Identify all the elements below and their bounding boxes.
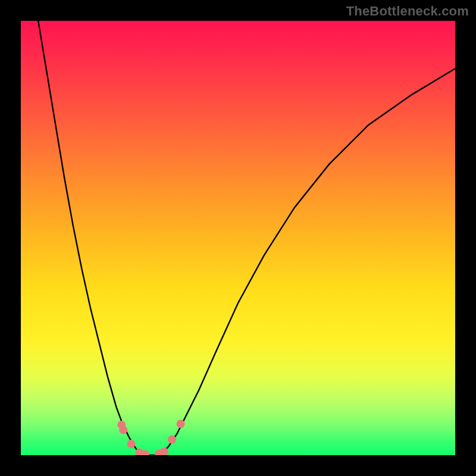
marker-dot [168, 436, 176, 444]
marker-dot [119, 426, 127, 434]
chart-svg [21, 21, 455, 455]
attribution-label: TheBottleneck.com [346, 4, 469, 19]
curve-group [38, 21, 455, 455]
marker-group [117, 419, 184, 455]
marker-dot [127, 440, 135, 448]
plot-area [21, 21, 455, 455]
marker-dot [177, 419, 185, 428]
outer-frame: TheBottleneck.com [0, 0, 476, 476]
curve-right [160, 68, 455, 455]
curve-left [38, 21, 142, 455]
